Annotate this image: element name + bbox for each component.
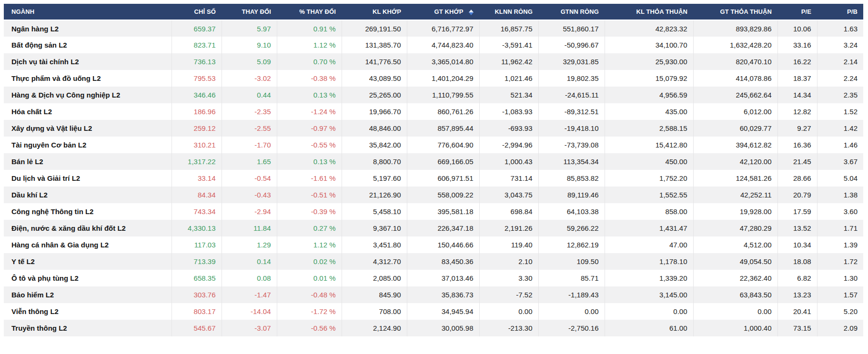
table-row[interactable]: Thực phẩm và đồ uống L2795.53-3.02-0.38 … [4,70,863,87]
table-row[interactable]: Tài nguyên Cơ bản L2310.21-1.70-0.55 %35… [4,137,863,153]
column-header-kl_thoa_thuan[interactable]: KL THỎA THUẬN [605,4,693,20]
cell-pct_thay_doi: -0.97 % [277,120,342,137]
cell-klnn_rong: 0.00 [479,303,538,320]
table-row[interactable]: Dầu khí L284.34-0.43-0.51 %21,126.90558,… [4,187,863,203]
table-row[interactable]: Viễn thông L2803.17-14.04-1.72 %708.0034… [4,303,863,320]
cell-pe: 73.15 [777,320,817,336]
cell-nganh: Bất động sản L2 [4,37,172,53]
cell-kl_khop: 2,124.90 [342,320,407,336]
table-row[interactable]: Truyền thông L2545.67-3.07-0.56 %2,124.9… [4,320,863,336]
table-row[interactable]: Bảo hiểm L2303.76-1.47-0.48 %845.9035,83… [4,286,863,303]
cell-gtnn_rong: -24,615.11 [538,87,605,103]
cell-nganh: Điện, nước & xăng dầu khí đốt L2 [4,220,172,236]
cell-chi_so: 545.67 [172,320,222,336]
table-row[interactable]: Ngân hàng L2659.375.970.91 %269,191.506,… [4,20,863,37]
sector-board: NGÀNHCHỈ SỐTHAY ĐỔI% THAY ĐỔIKL KHỚPGT K… [0,0,868,336]
column-header-gtnn_rong[interactable]: GTNN RÒNG [538,4,605,20]
cell-chi_so: 1,317.22 [172,153,222,170]
cell-pe: 18.37 [777,70,817,87]
cell-pe: 17.59 [777,203,817,220]
cell-klnn_rong: -3,591.41 [479,37,538,53]
cell-gtnn_rong: 113,354.34 [538,153,605,170]
cell-thay_doi: -14.04 [222,303,277,320]
cell-gt_khop: 860,761.26 [407,103,479,120]
column-header-gt_thoa_thuan[interactable]: GT THỎA THUẬN [693,4,777,20]
table-row[interactable]: Xây dựng và Vật liệu L2259.12-2.55-0.97 … [4,120,863,137]
cell-kl_khop: 708.00 [342,303,407,320]
column-header-pe[interactable]: P/E [777,4,817,20]
column-header-pct_thay_doi[interactable]: % THAY ĐỔI [277,4,342,20]
cell-gtnn_rong: -1,189.43 [538,286,605,303]
table-row[interactable]: Công nghệ Thông tin L2743.34-2.94-0.39 %… [4,203,863,220]
cell-kl_khop: 9,367.10 [342,220,407,236]
cell-thay_doi: -2.35 [222,103,277,120]
cell-pct_thay_doi: -0.56 % [277,320,342,336]
cell-pb: 5.04 [817,170,863,187]
cell-kl_thoa_thuan: 47.00 [605,236,693,253]
column-header-nganh[interactable]: NGÀNH [4,4,172,20]
cell-kl_thoa_thuan: 15,079.92 [605,70,693,87]
cell-gt_khop: 606,971.51 [407,170,479,187]
column-header-thay_doi[interactable]: THAY ĐỔI [222,4,277,20]
cell-klnn_rong: -7.52 [479,286,538,303]
cell-pb: 1.71 [817,220,863,236]
column-header-gt_khop[interactable]: GT KHỚP [407,4,479,20]
cell-kl_khop: 21,126.90 [342,187,407,203]
cell-gt_khop: 6,716,772.97 [407,20,479,37]
cell-gtnn_rong: -19,418.10 [538,120,605,137]
cell-kl_khop: 131,385.70 [342,37,407,53]
cell-gt_khop: 776,604.90 [407,137,479,153]
cell-kl_khop: 25,265.00 [342,87,407,103]
cell-nganh: Thực phẩm và đồ uống L2 [4,70,172,87]
table-row[interactable]: Hàng cá nhân & Gia dụng L2117.031.291.12… [4,236,863,253]
column-header-klnn_rong[interactable]: KLNN RÒNG [479,4,538,20]
table-row[interactable]: Ô tô và phụ tùng L2658.350.080.01 %2,085… [4,270,863,286]
cell-gt_thoa_thuan: 47,280.29 [693,220,777,236]
column-header-label: P/B [847,8,858,15]
table-row[interactable]: Du lịch và Giải trí L233.14-0.54-1.61 %5… [4,170,863,187]
sort-indicator-icon[interactable] [468,10,474,15]
cell-chi_so: 84.34 [172,187,222,203]
cell-gt_khop: 30,005.98 [407,320,479,336]
cell-klnn_rong: 1,000.43 [479,153,538,170]
table-row[interactable]: Bán lẻ L21,317.221.650.13 %8,800.70669,1… [4,153,863,170]
cell-kl_thoa_thuan: 1,339.20 [605,270,693,286]
cell-kl_thoa_thuan: 1,552.55 [605,187,693,203]
cell-thay_doi: -0.54 [222,170,277,187]
table-row[interactable]: Hàng & Dịch vụ Công nghiệp L2346.460.440… [4,87,863,103]
cell-thay_doi: -0.43 [222,187,277,203]
cell-pct_thay_doi: -0.38 % [277,70,342,87]
cell-klnn_rong: 16,857.75 [479,20,538,37]
cell-pct_thay_doi: 1.12 % [277,236,342,253]
column-header-chi_so[interactable]: CHỈ SỐ [172,4,222,20]
cell-pct_thay_doi: -0.51 % [277,187,342,203]
table-row[interactable]: Y tế L2713.390.140.02 %4,312.7083,450.36… [4,253,863,270]
cell-nganh: Truyền thông L2 [4,320,172,336]
column-header-pb[interactable]: P/B [817,4,863,20]
column-header-label: KLNN RÒNG [495,8,533,15]
cell-chi_so: 743.34 [172,203,222,220]
cell-pct_thay_doi: 1.12 % [277,37,342,53]
table-row[interactable]: Hóa chất L2186.96-2.35-1.24 %19,966.7086… [4,103,863,120]
cell-pe: 21.45 [777,153,817,170]
cell-pct_thay_doi: 0.02 % [277,253,342,270]
table-row[interactable]: Điện, nước & xăng dầu khí đốt L24,330.13… [4,220,863,236]
cell-chi_so: 736.13 [172,53,222,70]
cell-kl_thoa_thuan: 15,412.80 [605,137,693,153]
column-header-kl_khop[interactable]: KL KHỚP [342,4,407,20]
cell-pct_thay_doi: -1.24 % [277,103,342,120]
cell-kl_thoa_thuan: 0.00 [605,303,693,320]
cell-kl_khop: 141,776.50 [342,53,407,70]
cell-gt_thoa_thuan: 42,120.00 [693,153,777,170]
cell-pe: 13.23 [777,286,817,303]
cell-pct_thay_doi: 0.13 % [277,87,342,103]
cell-pct_thay_doi: -1.61 % [277,170,342,187]
cell-nganh: Hàng & Dịch vụ Công nghiệp L2 [4,87,172,103]
cell-nganh: Dịch vụ tài chính L2 [4,53,172,70]
cell-klnn_rong: 3.30 [479,270,538,286]
table-row[interactable]: Bất động sản L2823.719.101.12 %131,385.7… [4,37,863,53]
cell-pct_thay_doi: -0.48 % [277,286,342,303]
table-row[interactable]: Dịch vụ tài chính L2736.135.090.70 %141,… [4,53,863,70]
cell-gt_khop: 395,581.18 [407,203,479,220]
cell-gt_thoa_thuan: 22,362.40 [693,270,777,286]
